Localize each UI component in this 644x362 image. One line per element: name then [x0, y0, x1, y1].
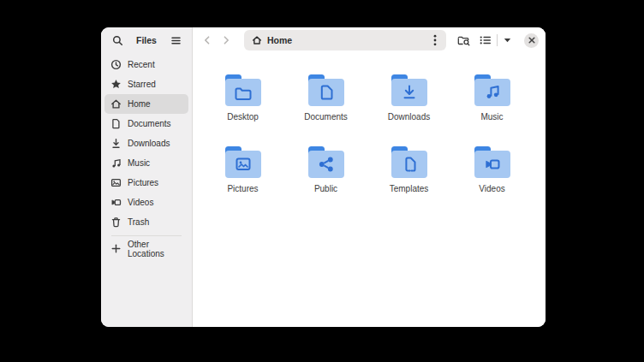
- folder-music[interactable]: Music: [450, 69, 534, 141]
- sidebar-item-label: Other Locations: [128, 240, 185, 258]
- sidebar-item-label: Music: [128, 158, 150, 168]
- sidebar-list: Recent Starred Home: [101, 53, 192, 258]
- folder-templates[interactable]: Templates: [367, 141, 450, 213]
- star-icon: [110, 79, 122, 90]
- app-title: Files: [136, 35, 157, 45]
- hamburger-menu-icon: [170, 35, 182, 46]
- path-location-label: Home: [267, 35, 292, 45]
- picture-icon: [110, 177, 122, 188]
- sidebar-item-label: Starred: [128, 80, 156, 89]
- chevron-down-icon: [504, 38, 511, 43]
- close-icon: [528, 37, 535, 44]
- path-menu-button[interactable]: [427, 33, 443, 48]
- home-icon: [252, 35, 262, 45]
- desktop-background: Files Recent St: [0, 0, 644, 362]
- header-bar: Home: [193, 27, 546, 53]
- folder-icon: [389, 141, 430, 181]
- sidebar-item-downloads[interactable]: Downloads: [104, 134, 188, 153]
- sidebar-item-videos[interactable]: Videos: [104, 193, 188, 212]
- view-options-button[interactable]: [500, 32, 514, 49]
- folder-icon: [223, 141, 264, 181]
- search-icon: [112, 35, 123, 46]
- files-window: Files Recent St: [101, 27, 546, 327]
- music-notes-icon: [110, 157, 122, 169]
- folder-label: Downloads: [388, 112, 430, 122]
- folder-icon: [306, 69, 347, 109]
- list-view-icon: [480, 35, 492, 45]
- sidebar-item-documents[interactable]: Documents: [104, 114, 188, 134]
- sidebar-item-label: Pictures: [128, 178, 158, 187]
- trash-icon: [110, 217, 122, 228]
- folder-videos[interactable]: Videos: [450, 141, 534, 213]
- sidebar-item-other-locations[interactable]: Other Locations: [104, 239, 188, 258]
- recent-clock-icon: [110, 59, 122, 70]
- view-toggle-group: [477, 32, 514, 49]
- sidebar: Files Recent St: [101, 27, 193, 327]
- sidebar-item-label: Documents: [128, 119, 171, 128]
- folder-icon: [472, 141, 513, 181]
- back-button[interactable]: [198, 31, 217, 50]
- folder-downloads[interactable]: Downloads: [367, 69, 450, 141]
- path-bar[interactable]: Home: [244, 30, 446, 50]
- folder-label: Documents: [304, 112, 348, 122]
- folder-icon: [223, 69, 264, 109]
- sidebar-item-recent[interactable]: Recent: [104, 55, 188, 74]
- folder-pictures[interactable]: Pictures: [201, 141, 284, 213]
- document-icon: [110, 118, 122, 129]
- sidebar-separator: [111, 235, 182, 236]
- search-current-folder-button[interactable]: [455, 32, 472, 49]
- forward-button[interactable]: [217, 31, 236, 50]
- sidebar-item-music[interactable]: Music: [104, 153, 188, 173]
- folder-public[interactable]: Public: [284, 141, 367, 213]
- sidebar-item-label: Trash: [128, 217, 149, 227]
- folder-label: Templates: [390, 184, 429, 193]
- view-divider: [497, 34, 498, 46]
- chevron-left-icon: [201, 34, 213, 46]
- folder-grid: Desktop Documents: [201, 69, 546, 213]
- folder-label: Pictures: [227, 184, 258, 193]
- download-icon: [110, 138, 122, 149]
- folder-label: Desktop: [227, 112, 259, 122]
- folder-icon: [306, 141, 347, 181]
- sidebar-item-pictures[interactable]: Pictures: [104, 173, 188, 193]
- plus-icon: [110, 243, 122, 254]
- folder-icon: [472, 69, 513, 109]
- folder-desktop[interactable]: Desktop: [201, 69, 284, 141]
- sidebar-item-starred[interactable]: Starred: [104, 74, 188, 94]
- main-pane: Home: [193, 27, 546, 327]
- sidebar-item-home[interactable]: Home: [104, 94, 188, 114]
- video-camera-icon: [110, 197, 122, 208]
- sidebar-item-label: Home: [128, 99, 151, 109]
- home-icon: [110, 98, 122, 110]
- list-view-button[interactable]: [477, 32, 494, 49]
- folder-label: Public: [314, 184, 337, 193]
- folder-icon: [389, 69, 430, 109]
- main-menu-button[interactable]: [167, 32, 184, 49]
- search-button[interactable]: [109, 32, 126, 49]
- sidebar-header: Files: [101, 27, 192, 53]
- kebab-menu-icon: [433, 34, 437, 46]
- chevron-right-icon: [220, 34, 232, 46]
- folder-documents[interactable]: Documents: [284, 69, 367, 141]
- file-browser-content: Desktop Documents: [193, 53, 546, 327]
- sidebar-item-label: Recent: [128, 60, 155, 69]
- sidebar-item-trash[interactable]: Trash: [104, 212, 188, 232]
- folder-label: Music: [480, 112, 503, 122]
- path-location[interactable]: Home: [252, 35, 427, 45]
- folder-search-icon: [457, 35, 470, 46]
- header-actions: [455, 32, 539, 49]
- close-window-button[interactable]: [524, 33, 539, 48]
- sidebar-item-label: Downloads: [128, 139, 170, 148]
- sidebar-item-label: Videos: [128, 198, 153, 207]
- folder-label: Videos: [479, 184, 504, 193]
